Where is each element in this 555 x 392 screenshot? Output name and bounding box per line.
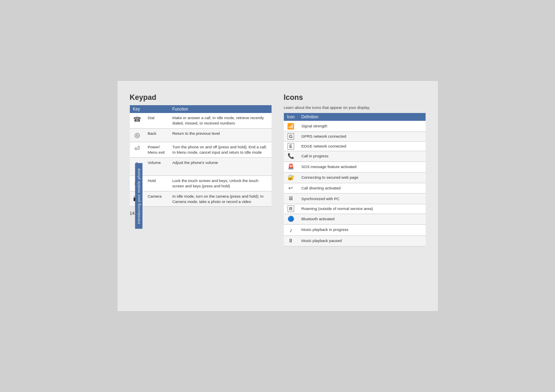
list-item: EEDGE network connected: [284, 141, 426, 151]
page-container: Introducing your mobile phone Keypad Key…: [117, 81, 438, 311]
keypad-table-header: Key Function: [130, 105, 272, 113]
icon-definition-cell: Roaming (outside of normal service area): [298, 204, 425, 214]
icon-definition-cell: Signal strength: [298, 121, 425, 132]
icon-col-header: Icon: [284, 113, 298, 121]
status-icon: 🖥: [288, 195, 293, 201]
icons-section: Icons Learn about the icons that appear …: [284, 93, 426, 299]
function-col-header: Function: [169, 105, 272, 113]
key-icon: ◎: [134, 131, 140, 138]
icon-symbol-cell: ♪: [284, 224, 298, 235]
list-item: 📶Signal strength: [284, 121, 426, 132]
icon-definition-cell: Call diverting activated: [298, 183, 425, 194]
definition-col-header: Definition: [298, 113, 425, 121]
list-item: 🔐Connecting to secured web page: [284, 172, 426, 183]
icon-definition-cell: Music playback in progress: [298, 224, 425, 235]
key-icon-cell: ⏎: [130, 142, 145, 157]
status-icon: E: [288, 143, 294, 150]
icon-definition-cell: Call in progress: [298, 151, 425, 161]
status-icon: 🔐: [288, 174, 294, 180]
key-col-header: Key: [130, 105, 145, 113]
status-icon: ↩: [288, 185, 293, 191]
icons-title: Icons: [284, 93, 426, 102]
table-row: ▲ ▼VolumeAdjust the phone's volume: [130, 157, 272, 176]
list-item: ⏸Music playback paused: [284, 235, 426, 246]
key-function-cell: Adjust the phone's volume: [169, 157, 272, 176]
key-icon-cell: ◎: [130, 128, 145, 142]
icon-definition-cell: SOS message feature activated: [298, 161, 425, 172]
list-item: 🔵Bluetooth activated: [284, 214, 426, 224]
key-function-cell: Return to the previous level: [169, 128, 272, 142]
table-row: ◎BackReturn to the previous level: [130, 128, 272, 142]
status-icon: G: [288, 133, 295, 140]
list-item: GGPRS network connected: [284, 132, 426, 141]
key-function-cell: Turn the phone on and off (press and hol…: [169, 142, 272, 157]
icon-definition-cell: Synchronized with PC: [298, 194, 425, 204]
key-icon: ☎: [133, 116, 141, 123]
key-name-cell: Volume: [145, 157, 169, 176]
key-function-cell: Lock the touch screen and keys; Unlock t…: [169, 176, 272, 191]
icon-symbol-cell: R: [284, 204, 298, 214]
icons-subtitle: Learn about the icons that appear on you…: [284, 105, 426, 110]
key-name-col-header: [145, 105, 169, 113]
page-number: 14: [130, 211, 272, 216]
key-icon: ⏎: [134, 145, 140, 152]
icon-definition-cell: Bluetooth activated: [298, 214, 425, 224]
key-name-cell: Back: [145, 128, 169, 142]
icon-symbol-cell: 📶: [284, 121, 298, 132]
icon-symbol-cell: E: [284, 141, 298, 151]
icons-table-header: Icon Definition: [284, 113, 426, 121]
icon-definition-cell: GPRS network connected: [298, 132, 425, 141]
key-function-cell: In Idle mode, turn on the camera (press …: [169, 191, 272, 207]
status-icon: 📞: [288, 153, 294, 159]
status-icon: ♪: [289, 227, 292, 233]
status-icon: ⏸: [288, 238, 293, 244]
status-icon: 📶: [287, 123, 294, 129]
list-item: 🚨SOS message feature activated: [284, 161, 426, 172]
icon-definition-cell: Connecting to secured web page: [298, 172, 425, 183]
key-name-cell: Dial: [145, 113, 169, 128]
icon-symbol-cell: 🔵: [284, 214, 298, 224]
key-name-cell: Camera: [145, 191, 169, 207]
icon-definition-cell: Music playback paused: [298, 235, 425, 246]
table-row: ☎DialMake or answer a call; In Idle mode…: [130, 113, 272, 128]
status-icon: 🔵: [288, 216, 294, 222]
icon-symbol-cell: 📞: [284, 151, 298, 161]
icon-symbol-cell: 🔐: [284, 172, 298, 183]
icon-symbol-cell: 🚨: [284, 161, 298, 172]
key-name-cell: Power/ Menu exit: [145, 142, 169, 157]
side-tab: Introducing your mobile phone: [135, 163, 142, 229]
list-item: RRoaming (outside of normal service area…: [284, 204, 426, 214]
keypad-table: Key Function ☎DialMake or answer a call;…: [130, 105, 272, 207]
icons-table: Icon Definition 📶Signal strengthGGPRS ne…: [284, 113, 426, 247]
icon-symbol-cell: 🖥: [284, 194, 298, 204]
icon-symbol-cell: ↩: [284, 183, 298, 194]
status-icon: 🚨: [288, 164, 294, 170]
table-row: 📷CameraIn Idle mode, turn on the camera …: [130, 191, 272, 207]
icon-symbol-cell: G: [284, 132, 298, 141]
key-function-cell: Make or answer a call; In Idle mode, ret…: [169, 113, 272, 128]
key-name-cell: Hold: [145, 176, 169, 191]
icon-symbol-cell: ⏸: [284, 235, 298, 246]
keypad-section: Keypad Key Function ☎DialMake or answer …: [130, 93, 272, 299]
list-item: ↩Call diverting activated: [284, 183, 426, 194]
table-row: 🔒HoldLock the touch screen and keys; Unl…: [130, 176, 272, 191]
key-icon-cell: ☎: [130, 113, 145, 128]
list-item: 📞Call in progress: [284, 151, 426, 161]
status-icon: R: [288, 205, 294, 212]
list-item: ♪Music playback in progress: [284, 224, 426, 235]
list-item: 🖥Synchronized with PC: [284, 194, 426, 204]
table-row: ⏎Power/ Menu exitTurn the phone on and o…: [130, 142, 272, 157]
keypad-title: Keypad: [130, 93, 272, 102]
icon-definition-cell: EDGE network connected: [298, 141, 425, 151]
